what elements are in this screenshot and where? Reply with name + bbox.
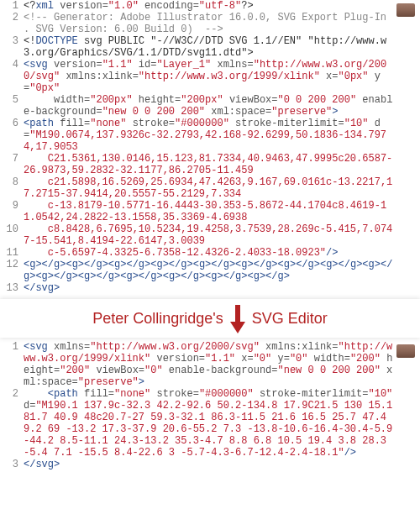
code-line[interactable]: 3<!DOCTYPE svg PUBLIC "-//W3C//DTD SVG 1… [0, 35, 420, 59]
line-content[interactable]: c21.5898,16.5269,25.6934,47.4263,9.167,6… [24, 176, 420, 200]
separator-banner: Peter Collingridge's SVG Editor [0, 299, 420, 338]
code-line[interactable]: 5 width="200px" height="200px" viewBox="… [0, 94, 420, 118]
code-line[interactable]: 13</svg> [0, 282, 420, 294]
code-line[interactable]: 2 <path fill="none" stroke="#000000" str… [0, 388, 420, 459]
line-number: 6 [0, 118, 24, 129]
code-line[interactable]: 4<svg version="1.1" id="Layer_1" xmlns="… [0, 59, 420, 94]
code-line[interactable]: 11 c-5.6597-4.3325-6.7358-12.4326-2.4033… [0, 247, 420, 259]
minimap-thumb[interactable] [396, 3, 415, 17]
line-content[interactable]: </svg> [24, 459, 420, 470]
line-content[interactable]: c8.8428,6.7695,10.5234,19.4258,3.7539,28… [24, 223, 420, 247]
line-content[interactable]: c-13.8179-10.5771-16.4443-30.353-5.8672-… [24, 200, 420, 223]
code-line[interactable]: 1<svg xmlns="http://www.w3.org/2000/svg"… [0, 341, 420, 388]
separator-left: Peter Collingridge's [92, 310, 223, 328]
line-content[interactable]: <!DOCTYPE svg PUBLIC "-//W3C//DTD SVG 1.… [24, 35, 420, 59]
line-number: 10 [0, 223, 24, 235]
line-number: 3 [0, 459, 24, 470]
line-content[interactable]: <svg version="1.1" id="Layer_1" xmlns="h… [24, 59, 420, 94]
line-content[interactable]: c-5.6597-4.3325-6.7358-12.4326-2.4033-18… [24, 247, 420, 259]
line-content[interactable]: </svg> [24, 282, 420, 294]
line-number: 13 [0, 282, 24, 294]
line-number: 5 [0, 94, 24, 106]
line-number: 1 [0, 341, 24, 353]
code-line[interactable]: 10 c8.8428,6.7695,10.5234,19.4258,3.7539… [0, 223, 420, 247]
line-content[interactable]: <svg xmlns="http://www.w3.org/2000/svg" … [24, 341, 420, 388]
code-line[interactable]: 9 c-13.8179-10.5771-16.4443-30.353-5.867… [0, 200, 420, 223]
line-content[interactable]: C21.5361,130.0146,15.123,81.7334,40.9463… [24, 153, 420, 176]
line-number: 3 [0, 35, 24, 47]
line-content[interactable]: <path fill="none" stroke="#000000" strok… [24, 118, 420, 153]
bottom-code-panel: 1<svg xmlns="http://www.w3.org/2000/svg"… [0, 341, 420, 470]
line-content[interactable]: <g></g><g></g><g></g><g></g><g></g><g></… [24, 259, 420, 282]
line-content[interactable]: <path fill="none" stroke="#000000" strok… [24, 388, 420, 459]
code-line[interactable]: 3</svg> [0, 459, 420, 470]
line-number: 7 [0, 153, 24, 165]
line-content[interactable]: <!-- Generator: Adobe Illustrator 16.0.0… [24, 12, 420, 35]
line-content[interactable]: width="200px" height="200px" viewBox="0 … [24, 94, 420, 118]
code-line[interactable]: 6<path fill="none" stroke="#000000" stro… [0, 118, 420, 153]
line-number: 8 [0, 176, 24, 188]
code-line[interactable]: 12<g></g><g></g><g></g><g></g><g></g><g>… [0, 259, 420, 282]
code-line[interactable]: 2<!-- Generator: Adobe Illustrator 16.0.… [0, 12, 420, 35]
line-number: 12 [0, 259, 24, 270]
code-line[interactable]: 1<?xml version="1.0" encoding="utf-8"?> [0, 0, 420, 12]
line-number: 2 [0, 12, 24, 24]
separator-right: SVG Editor [252, 310, 328, 328]
line-number: 1 [0, 0, 24, 12]
line-number: 4 [0, 59, 24, 71]
line-number: 2 [0, 388, 24, 400]
line-content[interactable]: <?xml version="1.0" encoding="utf-8"?> [24, 0, 420, 12]
arrow-down-icon [228, 305, 247, 333]
line-number: 9 [0, 200, 24, 212]
top-code-panel: 1<?xml version="1.0" encoding="utf-8"?> … [0, 0, 420, 294]
minimap-thumb[interactable] [396, 344, 415, 358]
code-line[interactable]: 8 c21.5898,16.5269,25.6934,47.4263,9.167… [0, 176, 420, 200]
code-line[interactable]: 7 C21.5361,130.0146,15.123,81.7334,40.94… [0, 153, 420, 176]
line-number: 11 [0, 247, 24, 259]
